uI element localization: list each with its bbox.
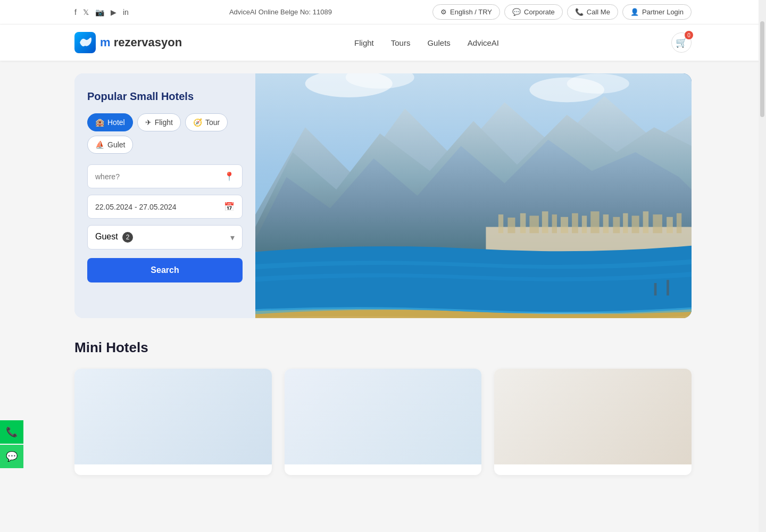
svg-rect-21 [623,213,628,233]
hero-image [255,73,692,318]
flight-icon: ✈ [145,118,152,127]
cart-badge: 0 [685,31,693,39]
svg-rect-20 [613,217,620,233]
hotel-card[interactable] [285,369,482,475]
corporate-icon: 💬 [512,8,521,16]
top-bar: f 𝕏 📷 ▶ in AdviceAI Online Belge No: 110… [0,0,766,24]
date-input[interactable] [95,203,220,211]
cart-icon: 🛒 [676,37,687,48]
logo[interactable]: m rezervasyon [74,32,182,53]
svg-rect-26 [677,213,681,233]
svg-rect-15 [561,217,568,233]
float-whatsapp-icon: 💬 [6,451,18,462]
date-input-wrapper[interactable]: 📅 [87,195,243,219]
svg-rect-9 [498,214,503,233]
svg-rect-25 [667,217,673,233]
tab-gulet-label: Gulet [107,140,125,149]
guest-count-badge: 2 [122,232,133,243]
float-whatsapp-button[interactable]: 💬 [0,445,23,468]
instagram-icon[interactable]: 📷 [95,8,104,16]
nav-tours[interactable]: Tours [391,38,411,47]
linkedin-icon[interactable]: in [123,8,129,16]
corporate-button[interactable]: 💬 Corporate [504,4,563,20]
svg-rect-13 [542,211,548,233]
callme-button[interactable]: 📞 Call Me [567,4,618,20]
tab-tour[interactable]: 🧭 Tour [185,113,228,131]
calendar-icon: 📅 [224,202,235,212]
cart-button[interactable]: 🛒 0 [671,32,692,53]
tagline: AdviceAI Online Belge No: 11089 [229,8,332,16]
hotel-card-image [74,369,272,464]
tour-icon: 🧭 [193,118,202,127]
logo-text: m rezervasyon [100,36,182,49]
svg-rect-18 [590,211,599,233]
language-button[interactable]: ⚙ English / TRY [432,4,500,20]
social-links: f 𝕏 📷 ▶ in [74,8,129,16]
partner-label: Partner Login [642,8,684,16]
svg-rect-11 [520,213,526,233]
gulet-icon: ⛵ [95,140,104,149]
hotel-card-image [285,369,482,464]
search-form: 📍 📅 Guest 2 ▾ Search [87,164,243,282]
tab-gulet[interactable]: ⛵ Gulet [87,136,133,154]
guest-label: Guest 2 [95,232,133,243]
svg-rect-19 [603,214,609,233]
hotel-card-image [494,369,692,464]
youtube-icon[interactable]: ▶ [111,8,116,16]
partner-login-button[interactable]: 👤 Partner Login [622,4,692,20]
tab-buttons-row2: ⛵ Gulet [87,136,243,154]
scrollbar[interactable] [759,0,766,496]
float-phone-button[interactable]: 📞 [0,420,23,444]
hotel-card[interactable] [74,369,272,475]
logo-icon [74,32,96,53]
user-icon: 👤 [630,8,639,16]
svg-rect-29 [654,283,657,295]
float-phone-icon: 📞 [6,426,18,438]
section-title: Mini Hotels [74,339,692,356]
tab-tour-label: Tour [205,118,220,127]
nav-links: Flight Tours Gulets AdviceAI [354,38,499,47]
svg-rect-24 [653,214,662,233]
svg-rect-12 [529,215,539,233]
tab-hotel[interactable]: 🏨 Hotel [87,113,133,131]
tab-buttons-row1: 🏨 Hotel ✈ Flight 🧭 Tour [87,113,243,131]
callme-label: Call Me [587,8,610,16]
hero-section: Popular Small Hotels 🏨 Hotel ✈ Flight 🧭 … [74,73,692,318]
nav-gulets[interactable]: Gulets [427,38,450,47]
main-nav: m rezervasyon Flight Tours Gulets Advice… [0,24,766,61]
tab-flight[interactable]: ✈ Flight [137,113,181,131]
svg-rect-30 [667,280,669,295]
tab-hotel-label: Hotel [107,118,125,127]
floating-buttons: 📞 💬 [0,420,23,468]
facebook-icon[interactable]: f [74,8,77,16]
hotel-icon: 🏨 [95,118,104,127]
top-bar-actions: ⚙ English / TRY 💬 Corporate 📞 Call Me 👤 … [432,4,692,20]
language-label: English / TRY [450,8,492,16]
search-panel: Popular Small Hotels 🏨 Hotel ✈ Flight 🧭 … [74,73,255,318]
phone-icon: 📞 [575,8,584,16]
svg-point-4 [567,73,629,93]
guest-input-wrapper[interactable]: Guest 2 ▾ [87,225,243,250]
where-input[interactable] [95,172,220,181]
hero-image-inner [255,73,692,318]
scrollbar-thumb[interactable] [760,21,764,117]
corporate-label: Corporate [524,8,555,16]
location-icon: 📍 [224,171,235,181]
svg-rect-16 [572,213,578,233]
twitter-icon[interactable]: 𝕏 [83,8,89,16]
hotel-card[interactable] [494,369,692,475]
hotels-grid [74,369,692,475]
tab-flight-label: Flight [155,118,173,127]
where-input-wrapper: 📍 [87,164,243,188]
panel-title: Popular Small Hotels [87,90,243,103]
svg-rect-23 [643,211,649,233]
chevron-down-icon: ▾ [230,232,235,243]
svg-rect-10 [507,218,515,233]
nav-flight[interactable]: Flight [354,38,374,47]
nav-adviceai[interactable]: AdviceAI [468,38,499,47]
svg-rect-17 [582,215,587,233]
svg-rect-14 [552,214,557,233]
svg-rect-22 [632,215,639,233]
search-button[interactable]: Search [87,258,243,282]
settings-icon: ⚙ [440,8,447,16]
